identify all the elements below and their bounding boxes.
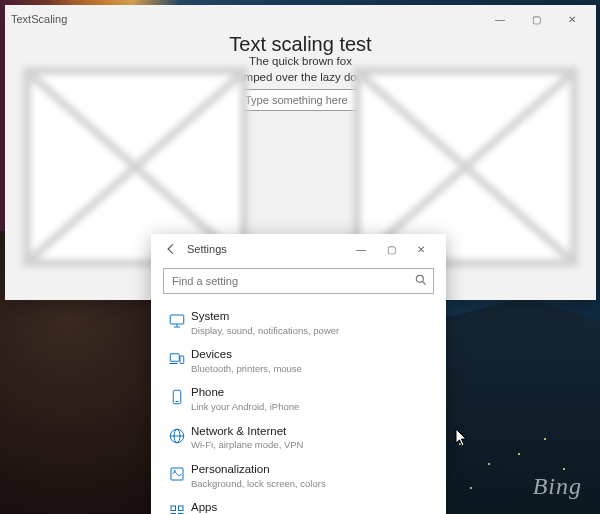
svg-rect-20: [179, 506, 184, 511]
category-subtitle: Link your Android, iPhone: [191, 401, 434, 412]
heading: Text scaling test: [5, 33, 596, 56]
phone-icon: [163, 388, 191, 406]
svg-point-4: [416, 275, 423, 282]
close-button[interactable]: ✕: [554, 5, 590, 33]
search-icon: [414, 273, 428, 290]
mouse-cursor: [455, 428, 469, 451]
category-subtitle: Background, lock screen, colors: [191, 478, 434, 489]
text-input[interactable]: [238, 89, 363, 111]
category-name: Personalization: [191, 463, 434, 477]
maximize-button[interactable]: ▢: [518, 5, 554, 33]
category-subtitle: Wi-Fi, airplane mode, VPN: [191, 439, 434, 450]
category-subtitle: Bluetooth, printers, mouse: [191, 363, 434, 374]
category-name: System: [191, 310, 434, 324]
minimize-button[interactable]: —: [482, 5, 518, 33]
network-icon: [163, 427, 191, 445]
category-network-internet[interactable]: Network & InternetWi-Fi, airplane mode, …: [163, 419, 434, 457]
category-name: Devices: [191, 348, 434, 362]
category-system[interactable]: SystemDisplay, sound, notifications, pow…: [163, 304, 434, 342]
category-apps[interactable]: AppsUninstall, defaults, optional featur…: [163, 495, 434, 514]
devices-icon: [163, 350, 191, 368]
apps-icon: [163, 503, 191, 514]
category-phone[interactable]: PhoneLink your Android, iPhone: [163, 380, 434, 418]
category-name: Apps: [191, 501, 434, 514]
titlebar[interactable]: Settings — ▢ ✕: [151, 234, 446, 264]
back-button[interactable]: [161, 239, 181, 259]
category-subtitle: Display, sound, notifications, power: [191, 325, 434, 336]
minimize-button[interactable]: —: [346, 234, 376, 264]
bing-watermark: Bing: [533, 473, 582, 500]
maximize-button[interactable]: ▢: [376, 234, 406, 264]
category-name: Phone: [191, 386, 434, 400]
window-title: Settings: [187, 243, 227, 255]
close-button[interactable]: ✕: [406, 234, 436, 264]
svg-rect-19: [171, 506, 176, 511]
search-input[interactable]: [163, 268, 434, 294]
svg-rect-6: [170, 315, 184, 324]
category-devices[interactable]: DevicesBluetooth, printers, mouse: [163, 342, 434, 380]
system-icon: [163, 312, 191, 330]
svg-rect-10: [180, 356, 184, 364]
svg-rect-9: [170, 354, 179, 362]
category-name: Network & Internet: [191, 425, 434, 439]
svg-point-18: [174, 470, 176, 472]
personalization-icon: [163, 465, 191, 483]
titlebar[interactable]: TextScaling — ▢ ✕: [5, 5, 596, 33]
category-personalization[interactable]: PersonalizationBackground, lock screen, …: [163, 457, 434, 495]
svg-line-5: [423, 282, 426, 285]
settings-window: Settings — ▢ ✕ SystemDisplay, sound, not…: [151, 234, 446, 514]
window-title: TextScaling: [11, 13, 67, 25]
